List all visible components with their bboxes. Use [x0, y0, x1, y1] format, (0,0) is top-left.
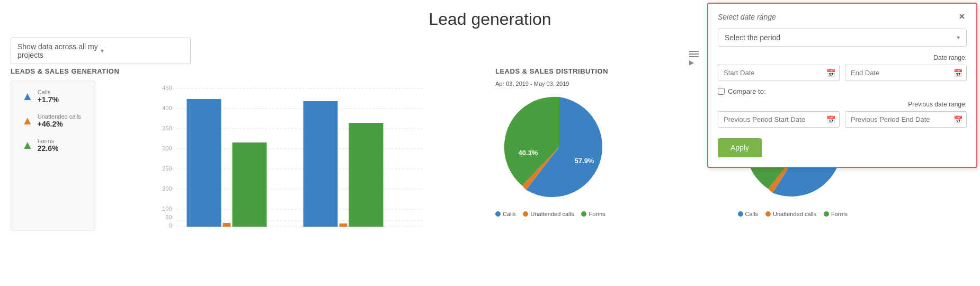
legend2-unattended: Unattended calls: [765, 211, 816, 217]
calls2-legend-dot: [738, 211, 743, 217]
unattended-calls-arrow-icon: ▲: [22, 114, 33, 128]
bar-chart: 450 400 350 300 250 200 100 50 0: [101, 81, 485, 231]
menu-line-3: [689, 56, 699, 57]
compare-checkbox[interactable]: [718, 88, 725, 95]
prev-date-range-label: Previous date range:: [718, 101, 967, 108]
prev-end-calendar-icon: 📅: [954, 115, 963, 124]
svg-rect-19: [223, 223, 231, 227]
forms-arrow-icon: ▲: [22, 138, 33, 152]
svg-text:300: 300: [162, 145, 172, 151]
unattended-calls-label: Unattended calls: [38, 113, 81, 120]
menu-arrow-icon: ▶: [689, 59, 699, 66]
svg-text:50: 50: [165, 214, 172, 220]
legend-calls: Calls: [495, 211, 515, 217]
forms-legend-dot: [581, 211, 586, 217]
svg-rect-22: [304, 101, 338, 227]
menu-line-1: [689, 51, 699, 52]
forms2-legend-label: Forms: [831, 211, 848, 217]
calls-stat: ▲ Calls +1.7%: [22, 89, 84, 104]
svg-text:100: 100: [162, 205, 172, 212]
menu-line-2: [689, 53, 699, 55]
start-calendar-icon: 📅: [826, 69, 835, 77]
svg-rect-23: [340, 224, 348, 227]
leads-generation-panel: LEADS & SALES GENERATION ▲ Calls +1.7% ▲…: [11, 67, 485, 231]
legend2-forms: Forms: [824, 211, 848, 217]
legend-unattended: Unattended calls: [523, 211, 574, 217]
svg-rect-20: [233, 142, 267, 227]
menu-icon-wrapper[interactable]: ▶: [686, 48, 702, 69]
calls-arrow-icon: ▲: [22, 90, 33, 103]
period-select-wrapper: Select the period ▾: [718, 29, 967, 47]
pie2-legend: Calls Unattended calls Forms: [738, 211, 970, 217]
calls2-legend-label: Calls: [745, 211, 758, 217]
pie1-date: Apr 03, 2019 - May 03, 2019: [495, 81, 727, 87]
pie1-svg: 40.3% 57.9%: [495, 89, 622, 205]
date-inputs: 📅 📅: [718, 65, 967, 81]
pie1-legend: Calls Unattended calls Forms: [495, 211, 727, 217]
end-date-wrapper: 📅: [845, 65, 967, 81]
compare-checkbox-wrapper: Compare to:: [718, 87, 967, 95]
forms-label: Forms: [38, 138, 59, 144]
svg-text:400: 400: [162, 105, 172, 111]
period-select-value: Select the period: [725, 33, 780, 42]
project-select-label: Show data across all my projects: [17, 42, 101, 59]
unattended2-legend-label: Unattended calls: [773, 211, 816, 217]
legend2-calls: Calls: [738, 211, 758, 217]
prev-end-input[interactable]: [845, 111, 967, 128]
forms-stat: ▲ Forms 22.6%: [22, 138, 84, 153]
compare-label: Compare to:: [728, 87, 766, 95]
legend-forms: Forms: [581, 211, 605, 217]
pie-chart-1: Apr 03, 2019 - May 03, 2019 40.3% 57.9%: [495, 81, 727, 217]
prev-start-wrapper: 📅: [718, 111, 840, 128]
unattended2-legend-dot: [765, 211, 771, 217]
svg-text:350: 350: [162, 125, 172, 131]
start-date-input[interactable]: [718, 65, 840, 81]
previous-date-range-section: Previous date range: 📅 📅: [718, 101, 967, 128]
stats-and-chart: ▲ Calls +1.7% ▲ Unattended calls +46.2% …: [11, 81, 485, 231]
unattended-calls-value: +46.2%: [38, 120, 81, 128]
unattended-legend-dot: [523, 211, 528, 217]
bar-chart-svg: 450 400 350 300 250 200 100 50 0: [101, 81, 485, 229]
prev-date-inputs: 📅 📅: [718, 111, 967, 128]
prev-start-input[interactable]: [718, 111, 840, 128]
leads-generation-title: LEADS & SALES GENERATION: [11, 67, 485, 75]
forms2-legend-dot: [824, 211, 829, 217]
svg-text:250: 250: [162, 165, 172, 172]
date-range-modal: Select date range × Select the period ▾ …: [707, 3, 977, 168]
forms-legend-label: Forms: [589, 211, 605, 217]
forms-value: 22.6%: [38, 144, 59, 153]
calls-legend-dot: [495, 211, 501, 217]
apply-button[interactable]: Apply: [718, 138, 762, 157]
svg-text:200: 200: [162, 185, 172, 192]
end-date-input[interactable]: [845, 65, 967, 81]
svg-text:0: 0: [168, 222, 172, 229]
period-select-dropdown[interactable]: Select the period ▾: [718, 29, 967, 47]
end-calendar-icon: 📅: [954, 69, 963, 77]
calls-value: +1.7%: [38, 95, 59, 104]
svg-rect-24: [349, 123, 384, 227]
modal-title: Select date range: [718, 13, 776, 21]
svg-text:450: 450: [162, 85, 172, 91]
chevron-down-icon: ▾: [101, 47, 184, 55]
prev-end-wrapper: 📅: [845, 111, 967, 128]
unattended-calls-stat: ▲ Unattended calls +46.2%: [22, 113, 84, 128]
modal-header: Select date range ×: [718, 11, 967, 22]
svg-rect-18: [187, 99, 221, 227]
calls-label: Calls: [38, 89, 59, 95]
period-dropdown-arrow-icon: ▾: [957, 34, 960, 41]
start-date-wrapper: 📅: [718, 65, 840, 81]
calls-legend-label: Calls: [503, 211, 515, 217]
stats-box: ▲ Calls +1.7% ▲ Unattended calls +46.2% …: [11, 81, 95, 231]
svg-text:40.3%: 40.3%: [519, 149, 538, 157]
date-range-section: Date range: 📅 📅: [718, 54, 967, 81]
date-range-label: Date range:: [718, 54, 967, 61]
project-select[interactable]: Show data across all my projects ▾: [11, 38, 191, 64]
prev-start-calendar-icon: 📅: [826, 115, 835, 124]
svg-text:57.9%: 57.9%: [575, 157, 594, 165]
unattended-legend-label: Unattended calls: [530, 211, 574, 217]
close-button[interactable]: ×: [957, 11, 967, 22]
